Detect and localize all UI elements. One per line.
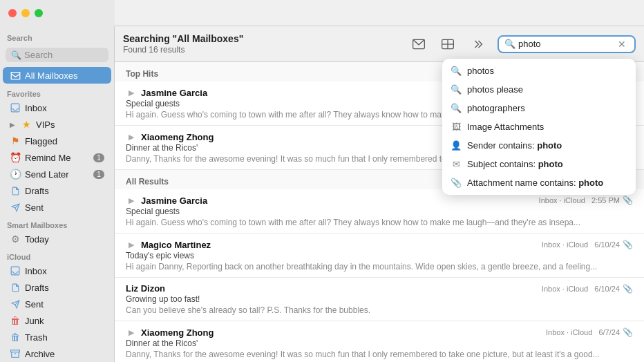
dropdown-paperclip-icon: 📎 — [451, 178, 462, 188]
sidebar-item-today[interactable]: ⚙ Today — [3, 231, 111, 247]
email-meta-all-3: Inbox · iCloud 6/10/24 — [542, 285, 620, 293]
sidebar-item-icloud-drafts[interactable]: Drafts — [3, 280, 111, 295]
sidebar-item-inbox[interactable]: Inbox — [3, 100, 111, 115]
dropdown-search-icon-2: 🔍 — [451, 84, 462, 95]
email-sender-all-4: Xiaomeng Zhong — [141, 327, 540, 338]
email-meta-all-1: Inbox · iCloud 2:55 PM — [539, 196, 620, 204]
toolbar-buttons — [409, 35, 486, 54]
email-meta-all-2: Inbox · iCloud 6/10/24 — [542, 240, 620, 249]
minimize-button[interactable] — [21, 9, 30, 17]
email-clip-all-4: 📎 — [623, 327, 633, 337]
sidebar-search-section-label: Search — [0, 28, 114, 44]
dropdown-person-icon: 👤 — [451, 140, 462, 151]
email-subject-all-2: Today's epic views — [126, 251, 633, 260]
dropdown-search-icon-3: 🔍 — [451, 103, 462, 113]
sidebar-item-sent[interactable]: Sent — [3, 200, 111, 215]
sidebar-icloud-sent-label: Sent — [25, 299, 104, 309]
sidebar-item-icloud-junk[interactable]: 🗑 Junk — [3, 313, 111, 328]
email-clip-all-3: 📎 — [623, 284, 633, 294]
sidebar-item-icloud-inbox[interactable]: Inbox — [3, 263, 111, 278]
trash-icon: 🗑 — [10, 332, 21, 343]
inbox-icon — [10, 102, 21, 113]
search-clear-button[interactable]: ✕ — [618, 39, 626, 50]
drafts-icon — [10, 185, 21, 196]
dropdown-text-photos: photos — [467, 66, 494, 76]
dropdown-item-sender-contains[interactable]: 👤 Sender contains: photo — [442, 136, 636, 155]
sidebar-item-all-mailboxes[interactable]: All Mailboxes — [3, 67, 111, 84]
toolbar: Searching "All Mailboxes" Found 16 resul… — [115, 26, 644, 62]
dropdown-text-image-attachments: Image Attachments — [467, 122, 544, 132]
email-sender-all-3: Liz Dizon — [126, 283, 536, 294]
sidebar-drafts-label: Drafts — [25, 186, 104, 196]
dropdown-text-attachment-contains: Attachment name contains: photo — [467, 178, 603, 188]
junk-icon: 🗑 — [10, 315, 21, 326]
search-input[interactable] — [518, 39, 615, 49]
toolbar-left: Searching "All Mailboxes" Found 16 resul… — [123, 33, 404, 55]
sidebar-item-icloud-archive[interactable]: Archive — [3, 346, 111, 361]
sidebar-remind-me-label: Remind Me — [25, 153, 89, 163]
archive-icon — [10, 348, 21, 359]
email-clip-all-1: 📎 — [623, 196, 633, 205]
maximize-button[interactable] — [35, 9, 43, 17]
sidebar-icloud-trash-label: Trash — [25, 332, 104, 343]
sidebar-vips-label: VIPs — [36, 120, 104, 130]
dropdown-text-subject-contains: Subject contains: photo — [467, 159, 563, 169]
sidebar-icloud-drafts-label: Drafts — [25, 283, 104, 293]
sidebar: Search 🔍 Search All Mailboxes Favorites … — [0, 0, 115, 362]
sidebar-item-icloud-sent[interactable]: Sent — [3, 296, 111, 312]
sidebar-item-icloud-trash[interactable]: 🗑 Trash — [3, 330, 111, 345]
dropdown-item-image-attachments[interactable]: 🖼 Image Attachments — [442, 117, 636, 136]
compose-button[interactable] — [438, 35, 457, 54]
sidebar-search-text: Search — [24, 50, 53, 60]
icloud-drafts-icon — [10, 282, 21, 293]
dropdown-item-photos[interactable]: 🔍 photos — [442, 61, 636, 80]
dropdown-search-icon-1: 🔍 — [451, 66, 462, 76]
main-area: Searching "All Mailboxes" Found 16 resul… — [115, 0, 644, 362]
email-subject-all-4: Dinner at the Ricos' — [126, 339, 633, 348]
email-item-all-4[interactable]: ▶ Xiaomeng Zhong Inbox · iCloud 6/7/24 📎… — [115, 321, 644, 362]
send-later-icon: 🕐 — [10, 169, 21, 180]
email-thread-icon-2: ▶ — [126, 131, 137, 142]
sidebar-item-flagged[interactable]: ⚑ Flagged — [3, 133, 111, 149]
sidebar-sent-label: Sent — [25, 202, 104, 213]
toolbar-title: Searching "All Mailboxes" — [123, 33, 243, 44]
search-icon: 🔍 — [504, 39, 515, 49]
sidebar-search-section: 🔍 Search — [0, 44, 114, 66]
new-message-button[interactable] — [409, 35, 428, 54]
email-sender-all-1: Jasmine Garcia — [141, 196, 533, 206]
email-item-all-3[interactable]: Liz Dizon Inbox · iCloud 6/10/24 📎 Growi… — [115, 278, 644, 321]
dropdown-item-attachment-contains[interactable]: 📎 Attachment name contains: photo — [442, 173, 636, 192]
sidebar-search-icon: 🔍 — [11, 50, 21, 60]
email-preview-all-2: Hi again Danny, Reporting back on anothe… — [126, 262, 633, 272]
sidebar-item-drafts[interactable]: Drafts — [3, 183, 111, 198]
email-item-all-1[interactable]: ▶ Jasmine Garcia Inbox · iCloud 2:55 PM … — [115, 189, 644, 234]
email-meta-all-4: Inbox · iCloud 6/7/24 — [546, 328, 620, 336]
vip-chevron-icon: ▶ — [10, 121, 15, 128]
search-input-wrap[interactable]: 🔍 ✕ — [498, 35, 636, 53]
favorites-section-label: Favorites — [0, 84, 114, 99]
sidebar-item-send-later[interactable]: 🕐 Send Later 1 — [3, 166, 111, 182]
sidebar-search-input-wrap[interactable]: 🔍 Search — [6, 48, 108, 62]
dropdown-item-subject-contains[interactable]: ✉ Subject contains: photo — [442, 155, 636, 173]
email-preview-all-4: Danny, Thanks for the awesome evening! I… — [126, 350, 633, 359]
sidebar-today-label: Today — [25, 234, 104, 245]
email-item-all-2[interactable]: ▶ Magico Martinez Inbox · iCloud 6/10/24… — [115, 234, 644, 278]
sidebar-icloud-archive-label: Archive — [25, 349, 104, 359]
icloud-inbox-icon — [10, 265, 21, 276]
toolbar-title-block: Searching "All Mailboxes" Found 16 resul… — [123, 33, 243, 55]
dropdown-item-photographers[interactable]: 🔍 photographers — [442, 99, 636, 117]
toolbar-subtitle: Found 16 results — [123, 45, 243, 55]
expand-button[interactable] — [467, 35, 486, 54]
icloud-section-label: iCloud — [0, 247, 114, 263]
close-button[interactable] — [8, 9, 17, 17]
email-subject-all-1: Special guests — [126, 207, 633, 216]
vip-star-icon: ★ — [21, 119, 32, 130]
svg-rect-6 — [11, 350, 20, 352]
sidebar-item-vips[interactable]: ▶ ★ VIPs — [3, 117, 111, 132]
sidebar-icloud-junk-label: Junk — [25, 316, 104, 326]
dropdown-item-photos-please[interactable]: 🔍 photos please — [442, 80, 636, 99]
sidebar-item-remind-me[interactable]: ⏰ Remind Me 1 — [3, 150, 111, 165]
search-container: 🔍 ✕ 🔍 photos 🔍 photos please 🔍 photograp… — [498, 35, 636, 53]
email-preview-all-3: Can you believe she's already so tall? P… — [126, 305, 633, 315]
window-controls — [0, 0, 115, 26]
